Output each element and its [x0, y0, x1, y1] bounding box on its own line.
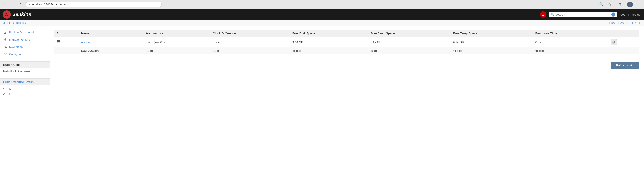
- reload-button[interactable]: ↻: [18, 2, 24, 7]
- sort-arrow: ↓: [90, 32, 91, 35]
- separator: [614, 2, 615, 7]
- jenkins-logo-text: Jenkins: [13, 12, 31, 18]
- menu-icon-btn[interactable]: ⋮: [635, 1, 641, 8]
- lock-icon: ●: [29, 3, 30, 6]
- build-queue-empty: No builds in the queue.: [3, 70, 31, 73]
- url-text: localhost:32002/computer/: [32, 3, 66, 6]
- col-header-free-disk: Free Disk Space: [290, 30, 368, 37]
- row-free-temp: 9.14 GB: [451, 37, 533, 47]
- breadcrumb-sep-1: ►: [13, 22, 15, 24]
- build-executor-header: Build Executor Status —: [0, 79, 50, 85]
- row-architecture: Linux (amd64): [144, 37, 210, 47]
- data-obtained-response: 43 min: [533, 47, 608, 54]
- new-node-icon: 🖶: [3, 45, 7, 49]
- build-executor-link[interactable]: Build Executor Status: [3, 80, 34, 84]
- jenkins-logo[interactable]: 🕮 Jenkins: [3, 10, 31, 18]
- master-node-link[interactable]: master: [81, 40, 90, 44]
- row-gear-btn: ⚙: [608, 37, 640, 47]
- breadcrumb: Jenkins ► Nodes ►: [3, 21, 27, 24]
- col-header-s: S: [54, 30, 79, 37]
- browser-avatar: 👤: [627, 2, 633, 8]
- nodes-table: S Name ↓ Architecture Clock Difference F…: [54, 30, 640, 54]
- executor-row-1: 1 Idle: [3, 87, 46, 92]
- sidebar: ▲ Back to Dashboard ⚙ Manage Jenkins 🖶 N…: [0, 26, 50, 180]
- address-bar: ● localhost:32002/computer/: [26, 2, 162, 7]
- data-obtained-actions: [608, 47, 640, 54]
- col-header-name[interactable]: Name ↓: [79, 30, 144, 37]
- forward-button[interactable]: →: [10, 2, 16, 7]
- build-queue-title: Build Queue: [3, 63, 20, 66]
- search-help-icon[interactable]: ?: [612, 12, 615, 16]
- breadcrumb-bar: Jenkins ► Nodes ► ENABLE AUTO REFRESH: [0, 20, 644, 26]
- col-header-actions: [608, 30, 640, 37]
- table-row: 🖶 master Linux (amd64) In sync 9.14 GB 3…: [54, 37, 640, 47]
- header-separator: |: [627, 13, 630, 16]
- auto-refresh-link[interactable]: ENABLE AUTO REFRESH: [610, 22, 641, 24]
- row-free-swap: 3.82 GB: [368, 37, 451, 47]
- search-icon: 🔍: [551, 13, 554, 16]
- build-executor-body: 1 Idle 2 Idle: [0, 85, 50, 98]
- breadcrumb-sep-2: ►: [25, 22, 27, 24]
- executor-1-status: Idle: [7, 88, 11, 91]
- row-status-icon: 🖶: [54, 37, 79, 47]
- sidebar-label-new-node: New Node: [9, 45, 23, 48]
- node-gear-button[interactable]: ⚙: [610, 39, 617, 45]
- build-executor-collapse[interactable]: —: [44, 80, 46, 84]
- profile-icon-btn[interactable]: 👤: [627, 1, 633, 8]
- data-obtained-empty: [54, 47, 79, 54]
- extensions-icon-btn[interactable]: ⚙: [616, 1, 623, 8]
- search-input[interactable]: [556, 13, 610, 16]
- notification-badge[interactable]: 1: [540, 11, 546, 18]
- user-link[interactable]: root: [620, 13, 624, 16]
- sidebar-item-configure[interactable]: ⚙ Configure: [0, 50, 50, 58]
- table-header-row: S Name ↓ Architecture Clock Difference F…: [54, 30, 640, 37]
- refresh-area: Refresh status: [54, 57, 640, 70]
- jenkins-header: 🕮 Jenkins 1 🔍 ? root | log out: [0, 9, 644, 20]
- build-queue-section: Build Queue — No builds in the queue.: [0, 61, 50, 75]
- sidebar-item-new-node[interactable]: 🖶 New Node: [0, 43, 50, 50]
- build-queue-collapse[interactable]: —: [44, 63, 46, 66]
- executor-2-status: Idle: [7, 92, 11, 96]
- row-free-disk: 9.14 GB: [290, 37, 368, 47]
- sidebar-item-manage-jenkins[interactable]: ⚙ Manage Jenkins: [0, 36, 50, 43]
- data-obtained-row: Data obtained 43 min 43 min 43 min 43 mi…: [54, 47, 640, 54]
- breadcrumb-jenkins[interactable]: Jenkins: [3, 21, 12, 24]
- manage-jenkins-icon: ⚙: [3, 38, 7, 42]
- jenkins-logo-icon: 🕮: [3, 10, 11, 18]
- executor-1-number: 1: [3, 88, 5, 91]
- breadcrumb-nodes[interactable]: Nodes: [16, 21, 24, 24]
- executor-2-number: 2: [3, 92, 5, 96]
- sidebar-label-back: Back to Dashboard: [9, 31, 34, 34]
- bookmark-icon-btn[interactable]: ☆: [606, 1, 613, 8]
- col-header-response-time: Response Time: [533, 30, 608, 37]
- col-header-clock-diff: Clock Difference: [210, 30, 290, 37]
- search-icon-btn[interactable]: 🔍: [598, 1, 605, 8]
- data-obtained-swap: 43 min: [368, 47, 451, 54]
- build-queue-header: Build Queue —: [0, 62, 50, 68]
- logout-link[interactable]: log out: [632, 13, 641, 16]
- row-name: master: [79, 37, 144, 47]
- browser-chrome: ← → ↻ ● localhost:32002/computer/ 🔍 ☆ ⚙ …: [0, 0, 644, 9]
- back-dashboard-icon: ▲: [3, 30, 7, 34]
- build-executor-section: Build Executor Status — 1 Idle 2 Idle: [0, 78, 50, 98]
- data-obtained-clock: 43 min: [210, 47, 290, 54]
- col-header-free-swap: Free Swap Space: [368, 30, 451, 37]
- main-layout: ▲ Back to Dashboard ⚙ Manage Jenkins 🖶 N…: [0, 26, 644, 180]
- row-response-time: 0ms: [533, 37, 608, 47]
- search-container: 🔍 ?: [549, 12, 617, 18]
- sidebar-item-back-to-dashboard[interactable]: ▲ Back to Dashboard: [0, 29, 50, 36]
- data-obtained-arch: 43 min: [144, 47, 210, 54]
- refresh-status-button[interactable]: Refresh status: [612, 62, 640, 70]
- col-header-architecture: Architecture: [144, 30, 210, 37]
- separator2: [625, 2, 625, 7]
- data-obtained-temp: 43 min: [451, 47, 533, 54]
- back-button[interactable]: ←: [3, 2, 8, 7]
- computer-icon: 🖶: [56, 40, 61, 44]
- configure-icon: ⚙: [3, 52, 7, 56]
- name-sort: Name ↓: [81, 32, 91, 35]
- sidebar-label-configure: Configure: [9, 52, 22, 56]
- data-obtained-label: Data obtained: [79, 47, 144, 54]
- build-queue-body: No builds in the queue.: [0, 68, 50, 75]
- sidebar-label-manage: Manage Jenkins: [9, 38, 30, 42]
- data-obtained-disk: 43 min: [290, 47, 368, 54]
